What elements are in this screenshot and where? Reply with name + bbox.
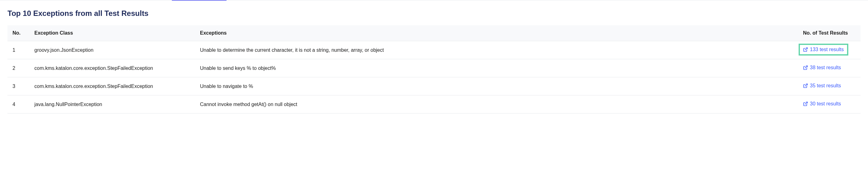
cell-results: 133 test results [798, 41, 861, 59]
exceptions-table: No. Exception Class Exceptions No. of Te… [7, 25, 861, 113]
table-body: 1 groovy.json.JsonException Unable to de… [7, 41, 861, 113]
header-exceptions: Exceptions [195, 25, 798, 41]
cell-exception-class: groovy.json.JsonException [29, 41, 195, 59]
cell-results: 30 test results [798, 96, 861, 113]
table-row: 4 java.lang.NullPointerException Cannot … [7, 96, 861, 113]
svg-line-1 [805, 66, 807, 68]
cell-exceptions: Unable to send keys % to object% [195, 59, 798, 77]
cell-exception-class: com.kms.katalon.core.exception.StepFaile… [29, 77, 195, 96]
cell-results: 38 test results [798, 59, 861, 77]
cell-exceptions: Cannot invoke method getAt() on null obj… [195, 96, 798, 113]
cell-no: 1 [7, 41, 29, 59]
external-link-icon [803, 47, 808, 52]
svg-line-0 [805, 48, 807, 50]
test-results-link[interactable]: 133 test results [803, 47, 844, 52]
external-link-icon [803, 101, 808, 106]
cell-exceptions: Unable to determine the current characte… [195, 41, 798, 59]
top-border [0, 0, 868, 0]
external-link-icon [803, 65, 808, 70]
table-row: 2 com.kms.katalon.core.exception.StepFai… [7, 59, 861, 77]
section-title: Top 10 Exceptions from all Test Results [7, 9, 861, 18]
svg-line-2 [805, 84, 807, 86]
results-link-label: 133 test results [810, 47, 844, 52]
test-results-link[interactable]: 35 test results [803, 83, 841, 88]
tab-indicator [172, 0, 226, 1]
test-results-link[interactable]: 38 test results [803, 65, 841, 70]
cell-exception-class: com.kms.katalon.core.exception.StepFaile… [29, 59, 195, 77]
header-results: No. of Test Results [798, 25, 861, 41]
results-link-label: 35 test results [810, 83, 841, 88]
cell-exception-class: java.lang.NullPointerException [29, 96, 195, 113]
table-row: 3 com.kms.katalon.core.exception.StepFai… [7, 77, 861, 96]
external-link-icon [803, 83, 808, 88]
results-link-label: 30 test results [810, 101, 841, 107]
test-results-link[interactable]: 30 test results [803, 101, 841, 107]
main-container: Top 10 Exceptions from all Test Results … [0, 9, 868, 113]
cell-no: 4 [7, 96, 29, 113]
cell-no: 2 [7, 59, 29, 77]
cell-no: 3 [7, 77, 29, 96]
header-exception-class: Exception Class [29, 25, 195, 41]
results-link-label: 38 test results [810, 65, 841, 70]
table-header-row: No. Exception Class Exceptions No. of Te… [7, 25, 861, 41]
svg-line-3 [805, 102, 807, 104]
cell-results: 35 test results [798, 77, 861, 96]
cell-exceptions: Unable to navigate to % [195, 77, 798, 96]
table-row: 1 groovy.json.JsonException Unable to de… [7, 41, 861, 59]
highlight-box: 133 test results [799, 44, 848, 56]
header-no: No. [7, 25, 29, 41]
